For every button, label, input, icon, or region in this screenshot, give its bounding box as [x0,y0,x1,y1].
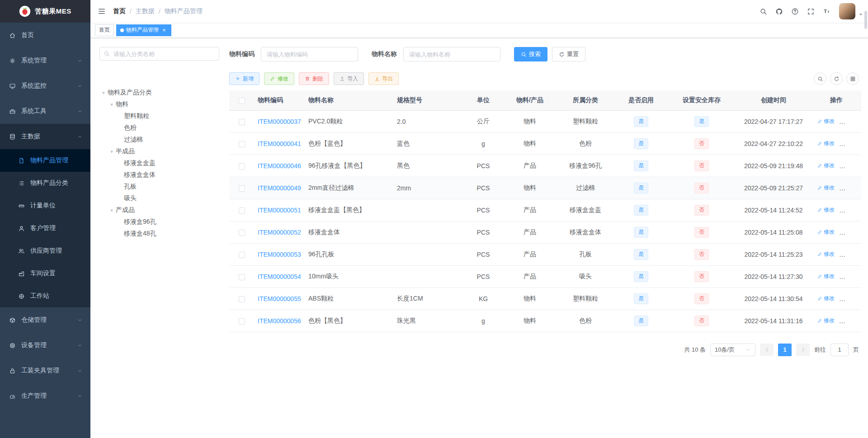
export-button[interactable]: 导出 [368,72,399,85]
tab-material-product-mgmt[interactable]: 物料产品管理× [116,24,171,36]
page-number-button[interactable]: 1 [778,344,792,356]
sidebar-item-fixture-mgmt[interactable]: 工装夹具管理 [0,358,90,383]
breadcrumb-separator: / [159,8,160,15]
material-code-input[interactable] [261,47,358,61]
search-button[interactable]: 搜索 [514,47,547,61]
row-edit-link[interactable]: 修改 [817,206,835,214]
help-icon[interactable] [787,0,803,23]
sidebar-item-master-data[interactable]: 主数据 [0,124,90,149]
fullscreen-icon[interactable] [803,0,819,23]
row-edit-link[interactable]: 修改 [817,250,835,258]
cell-material-code: ITEM00000056 [254,310,305,332]
row-edit-link[interactable]: 修改 [817,162,835,170]
row-checkbox[interactable] [239,207,245,214]
material-code-link[interactable]: ITEM00000051 [258,207,301,214]
cell-safety-stock: 否 [668,199,736,221]
tree-node[interactable]: ▾产成品 [99,204,219,216]
grid-icon-button[interactable] [846,72,859,85]
sidebar-item-workstation[interactable]: 工作站 [0,285,90,307]
search-icon-button[interactable] [814,72,826,85]
edit-button[interactable]: 修改 [264,72,294,85]
sidebar-item-home[interactable]: 首页 [0,23,90,48]
delete-button[interactable]: 删除 [299,72,329,85]
menu-fold-icon[interactable] [93,0,110,23]
tree-node[interactable]: 过滤棉 [99,134,219,146]
tree-node[interactable]: 移液盒盒盖 [99,157,219,169]
tree-node[interactable]: 移液盒48孔 [99,228,219,240]
row-checkbox[interactable] [239,318,245,325]
tree-node[interactable]: 色粉 [99,122,219,134]
row-edit-link[interactable]: 修改 [817,118,835,125]
row-edit-link[interactable]: 修改 [817,317,835,325]
tree-node[interactable]: ▾物料 [99,99,219,110]
row-checkbox[interactable] [239,141,245,147]
app-logo[interactable]: 苦糖果MES [0,0,90,23]
avatar[interactable] [839,3,855,19]
material-code-link[interactable]: ITEM00000055 [258,295,301,302]
search-icon[interactable] [755,0,771,23]
row-checkbox[interactable] [239,296,245,302]
reset-button[interactable]: 重置 [552,47,585,61]
goto-page-input[interactable] [830,344,849,356]
cell-spec: 珠光黑 [393,310,463,332]
sidebar-item-workshop-settings[interactable]: 车间设置 [0,262,90,285]
row-edit-label: 修改 [824,184,835,192]
import-button[interactable]: 导入 [334,72,364,85]
row-checkbox[interactable] [239,230,245,236]
font-size-icon[interactable]: TT [819,0,835,23]
row-edit-link[interactable]: 修改 [817,273,835,280]
github-icon[interactable] [771,0,787,23]
tree-node[interactable]: ▾物料及产品分类 [99,87,219,99]
tab-home[interactable]: 首页 [95,24,114,36]
scrollbar-thumb[interactable] [864,11,867,29]
tree-node[interactable]: ▾半成品 [99,146,219,157]
sidebar-item-material-product-mgmt[interactable]: 物料产品管理 [0,149,90,172]
material-code-link[interactable]: ITEM00000056 [258,317,301,325]
sidebar-item-system-monitor[interactable]: 系统监控 [0,73,90,99]
tree-node[interactable]: 塑料颗粒 [99,110,219,122]
breadcrumb-item[interactable]: 首页 [113,7,126,15]
tree-node[interactable]: 孔板 [99,181,219,193]
row-edit-link[interactable]: 修改 [817,184,835,192]
sidebar-item-material-product-category[interactable]: 物料产品分类 [0,172,90,194]
sidebar-item-supplier-mgmt[interactable]: 供应商管理 [0,240,90,262]
row-checkbox[interactable] [239,185,245,192]
material-code-link[interactable]: ITEM00000049 [258,184,301,192]
row-checkbox[interactable] [239,252,245,258]
row-edit-link[interactable]: 修改 [817,228,835,236]
material-code-link[interactable]: ITEM00000037 [258,118,301,125]
material-code-link[interactable]: ITEM00000054 [258,273,301,280]
material-name-input[interactable] [403,47,500,61]
sidebar-item-warehouse-mgmt[interactable]: 仓储管理 [0,307,90,333]
sidebar-item-system-mgmt[interactable]: 系统管理 [0,48,90,73]
material-code-link[interactable]: ITEM00000053 [258,251,301,258]
cell-actions: 修改删除 [811,221,861,243]
breadcrumb-item: 主数据 [136,7,155,15]
sidebar-item-equipment-mgmt[interactable]: 设备管理 [0,333,90,358]
next-page-button[interactable] [796,344,810,356]
row-edit-link[interactable]: 修改 [817,140,835,147]
tab-close-icon[interactable]: × [161,27,167,33]
row-edit-link[interactable]: 修改 [817,295,835,302]
sidebar-item-production-mgmt[interactable]: 生产管理 [0,383,90,409]
user-menu[interactable] [839,3,863,19]
tree-node[interactable]: 移液盒盒体 [99,169,219,181]
refresh-icon-button[interactable] [830,72,843,85]
row-checkbox[interactable] [239,274,245,280]
add-button[interactable]: 新增 [229,72,259,85]
sidebar-item-customer-mgmt[interactable]: 客户管理 [0,217,90,240]
row-checkbox[interactable] [239,163,245,170]
row-checkbox[interactable] [239,119,245,125]
tree-node[interactable]: 移液盒96孔 [99,216,219,228]
select-all-checkbox[interactable] [239,98,245,104]
category-search-input[interactable] [99,47,219,61]
material-code-link[interactable]: ITEM00000041 [258,140,301,147]
sidebar-item-measure-unit[interactable]: 计量单位 [0,194,90,217]
material-code-link[interactable]: ITEM00000046 [258,162,301,170]
tree-node[interactable]: 吸头 [99,193,219,204]
cell-kind: 产品 [503,221,557,243]
page-size-select[interactable]: 10条/页 [710,344,755,356]
sidebar-item-system-tools[interactable]: 系统工具 [0,99,90,124]
material-code-link[interactable]: ITEM00000052 [258,229,301,236]
prev-page-button[interactable] [760,344,774,356]
